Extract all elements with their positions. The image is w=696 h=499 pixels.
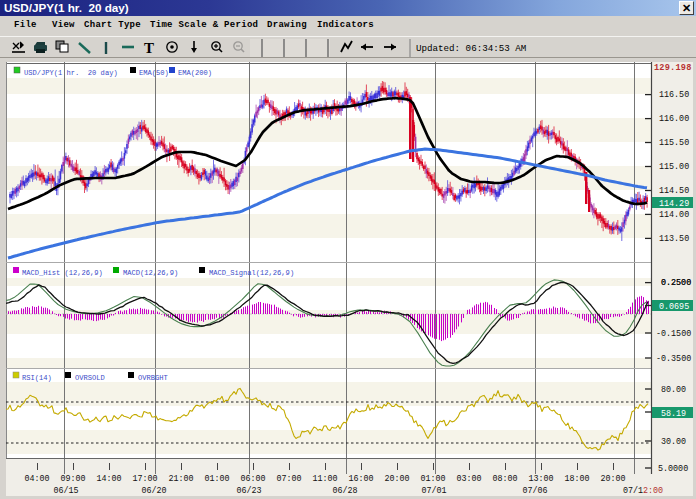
svg-text:T: T: [144, 40, 154, 56]
svg-text:06/20: 06/20: [141, 486, 166, 496]
svg-text:-0.3500: -0.3500: [656, 354, 691, 364]
svg-text:OVRSOLD: OVRSOLD: [75, 374, 105, 382]
svg-text:129.198: 129.198: [654, 63, 692, 73]
svg-text:18:00: 18:00: [564, 474, 589, 484]
svg-text:5.0000: 5.0000: [658, 464, 688, 474]
svg-text:03:00: 03:00: [456, 474, 481, 484]
svg-text:116.00: 116.00: [659, 114, 689, 124]
svg-text:116.50: 116.50: [659, 90, 689, 100]
svg-text:115.00: 115.00: [659, 162, 689, 172]
svg-text:MACD(12,26,9): MACD(12,26,9): [123, 269, 178, 277]
svg-text:06:00: 06:00: [240, 474, 265, 484]
svg-text:20:00: 20:00: [600, 474, 625, 484]
svg-text:07/1: 07/1: [623, 486, 643, 496]
svg-text:2:00: 2:00: [643, 486, 663, 496]
svg-text:EMA(200): EMA(200): [178, 69, 212, 77]
svg-text:114.50: 114.50: [659, 186, 689, 196]
svg-text:MACD_Signal(12,26,9): MACD_Signal(12,26,9): [209, 269, 294, 277]
svg-text:-0.1500: -0.1500: [656, 329, 691, 339]
svg-text:USD/JPY(1 hr. 20 day): USD/JPY(1 hr. 20 day): [24, 69, 118, 77]
svg-text:06/23: 06/23: [236, 486, 261, 496]
svg-text:113.50: 113.50: [659, 234, 689, 244]
svg-text:MACD_Hist (12,26,9): MACD_Hist (12,26,9): [22, 269, 103, 277]
svg-text:06/15: 06/15: [53, 486, 78, 496]
svg-text:0.2500: 0.2500: [661, 278, 691, 288]
svg-text:14:00: 14:00: [96, 474, 121, 484]
svg-text:09:00: 09:00: [60, 474, 85, 484]
svg-text:11:00: 11:00: [312, 474, 337, 484]
svg-text:21:00: 21:00: [168, 474, 193, 484]
svg-text:OVRBGHT: OVRBGHT: [138, 374, 168, 382]
svg-text:114.00: 114.00: [659, 210, 689, 220]
svg-text:0.0695: 0.0695: [659, 302, 689, 312]
svg-text:07/01: 07/01: [421, 486, 446, 496]
svg-text:114.29: 114.29: [659, 199, 689, 209]
svg-text:07/06: 07/06: [522, 486, 547, 496]
svg-text:30.00: 30.00: [661, 437, 686, 447]
svg-text:01:00: 01:00: [204, 474, 229, 484]
svg-text:07:00: 07:00: [276, 474, 301, 484]
svg-text:58.19: 58.19: [661, 409, 686, 419]
svg-text:08:00: 08:00: [492, 474, 517, 484]
svg-text:RSI(14): RSI(14): [22, 374, 52, 382]
svg-text:16:00: 16:00: [348, 474, 373, 484]
svg-text:13:00: 13:00: [528, 474, 553, 484]
svg-text:06/28: 06/28: [332, 486, 357, 496]
svg-text:115.50: 115.50: [659, 138, 689, 148]
svg-text:01:00: 01:00: [420, 474, 445, 484]
svg-text:EMA(50): EMA(50): [139, 69, 169, 77]
svg-text:80.00: 80.00: [661, 385, 686, 395]
svg-text:20:00: 20:00: [384, 474, 409, 484]
svg-text:17:00: 17:00: [132, 474, 157, 484]
svg-text:04:00: 04:00: [24, 474, 49, 484]
